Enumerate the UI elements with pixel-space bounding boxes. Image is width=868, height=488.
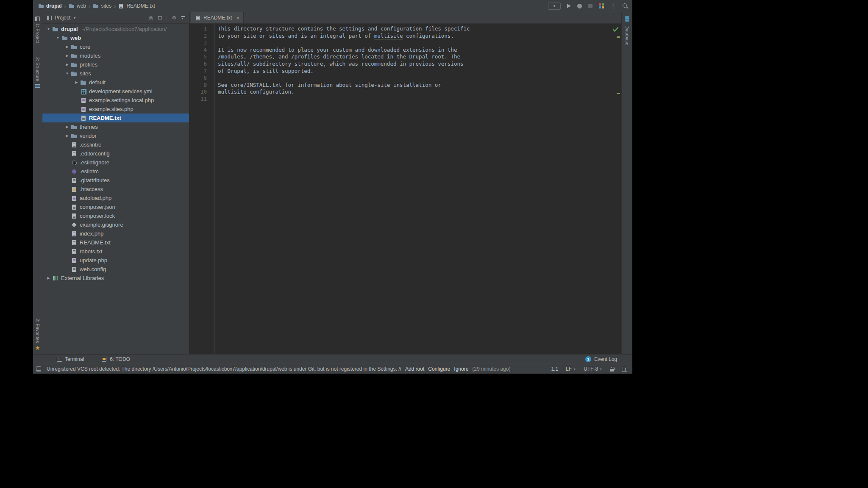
tree-item-robots.txt[interactable]: robots.txt (42, 247, 189, 256)
collapsed-arrow-icon[interactable] (64, 125, 71, 129)
line-number: 4 (189, 47, 214, 54)
tree-item-drupal[interactable]: drupal~/Projects/locasticbox7/applicatio… (42, 25, 189, 33)
tree-item-example.gitignore[interactable]: example.gitignore (42, 220, 189, 229)
tree-item-modules[interactable]: modules (42, 51, 189, 60)
indent-indicator-icon[interactable] (622, 367, 627, 372)
tool-button-structure[interactable]: 2: Structure (35, 57, 40, 81)
locate-icon[interactable]: ◎ (149, 15, 153, 20)
tree-item-update.php[interactable]: update.php (42, 256, 189, 265)
debug-icon[interactable] (577, 4, 582, 8)
tree-item-readme.txt[interactable]: README.txt (42, 238, 189, 247)
tree-item-label: .editorconfig (80, 150, 110, 157)
project-view-dropdown[interactable]: Project ▼ (47, 15, 76, 21)
run-config-dropdown[interactable]: ▼ (548, 3, 561, 10)
favorites-star-icon[interactable]: ★ (35, 345, 40, 351)
tree-item-external-libraries[interactable]: External Libraries (42, 274, 189, 283)
tree-item-index.php[interactable]: index.php (42, 229, 189, 238)
structure-tool-icon[interactable] (35, 83, 40, 89)
inspection-ok-icon[interactable] (612, 27, 619, 33)
collapsed-arrow-icon[interactable] (64, 54, 71, 58)
tree-item-autoload.php[interactable]: autoload.php (42, 194, 189, 202)
tool-button-terminal[interactable]: Terminal (57, 356, 84, 362)
tree-item-sites[interactable]: sites (42, 69, 189, 78)
collapsed-arrow-icon[interactable] (64, 63, 71, 67)
collapsed-arrow-icon[interactable] (64, 134, 71, 138)
plugin-icon[interactable] (599, 3, 604, 8)
tree-item-development.services.yml[interactable]: development.services.yml (42, 87, 189, 96)
tool-button-favorites[interactable]: 2: Favorites (35, 319, 40, 343)
run-icon[interactable] (567, 4, 571, 8)
ignore-link[interactable]: Ignore (454, 366, 468, 372)
tree-item-.csslintrc[interactable]: .csslintrc (42, 140, 189, 149)
configure-link[interactable]: Configure (428, 366, 450, 372)
tree-item-themes[interactable]: themes (42, 122, 189, 131)
tree-item-composer.json[interactable]: composer.json (42, 202, 189, 211)
expanded-arrow-icon[interactable] (64, 72, 71, 75)
tree-item-.editorconfig[interactable]: .editorconfig (42, 149, 189, 158)
tree-item-label: composer.lock (80, 213, 115, 219)
code-line[interactable]: See core/INSTALL.txt for information abo… (218, 82, 621, 89)
editor[interactable]: 1234567891011 This directory structure c… (189, 24, 621, 354)
collapsed-arrow-icon[interactable] (45, 276, 52, 280)
event-log-button[interactable]: 1 Event Log (585, 356, 617, 362)
tree-item-web.config[interactable]: web.config (42, 265, 189, 274)
settings-gear-icon[interactable]: ⚙ (172, 15, 176, 20)
tree-item-composer.lock[interactable]: composer.lock (42, 211, 189, 220)
collapsed-arrow-icon[interactable] (64, 45, 71, 49)
expanded-arrow-icon[interactable] (54, 36, 61, 40)
tree-item-profiles[interactable]: profiles (42, 60, 189, 69)
read-only-lock-icon[interactable] (610, 366, 614, 372)
database-icon[interactable] (624, 16, 630, 22)
tree-item-example.sites.php[interactable]: example.sites.php (42, 105, 189, 114)
tree-item-default[interactable]: default (42, 78, 189, 87)
tree-item-.eslintignore[interactable]: .eslintignore (42, 158, 189, 167)
code-line[interactable]: This directory structure contains the se… (218, 25, 621, 33)
tool-button-database[interactable]: Database (625, 25, 630, 45)
collapse-all-icon[interactable]: ⊟ (158, 15, 162, 20)
tree-item-web[interactable]: web (42, 33, 189, 42)
code-line[interactable]: It is now recommended to place your cust… (218, 47, 621, 54)
stop-icon[interactable] (588, 4, 593, 8)
line-separator-widget[interactable]: LF ▼ (566, 366, 576, 372)
breadcrumb-item-web[interactable]: web (69, 3, 86, 9)
status-bar: Unregistered VCS root detected: The dire… (33, 364, 632, 374)
code-line[interactable]: ​ (218, 75, 621, 82)
tool-button-project[interactable]: 1: Project (35, 23, 40, 43)
breadcrumb-item-readme[interactable]: README.txt (118, 3, 155, 9)
tree-item-core[interactable]: core (42, 42, 189, 51)
code-line[interactable]: /modules, /themes, and /profiles directo… (218, 53, 621, 61)
code-line[interactable]: ​ (218, 39, 621, 47)
caret-position-widget[interactable]: 1:1 (551, 366, 558, 372)
tree-item-.eslintrc[interactable]: .eslintrc (42, 167, 189, 176)
code-line[interactable]: multisite configuration. (218, 89, 621, 96)
code-line[interactable]: of Drupal, is still supported. (218, 68, 621, 75)
code-line[interactable]: to your site or sites and is an integral… (218, 33, 621, 40)
more-options-icon[interactable]: ⋮ (610, 3, 616, 9)
tree-item-.gitattributes[interactable]: .gitattributes (42, 176, 189, 185)
breadcrumb-item-sites[interactable]: sites (93, 3, 111, 9)
project-tool-icon[interactable] (35, 16, 40, 22)
close-icon[interactable]: × (236, 15, 239, 21)
breadcrumb-item-drupal[interactable]: drupal (38, 3, 62, 9)
tree-item-readme.txt[interactable]: README.txt (42, 114, 189, 122)
code-line[interactable]: sites/all/ subdirectory structure, which… (218, 61, 621, 68)
expanded-arrow-icon[interactable] (45, 27, 52, 31)
tab-readme[interactable]: README.txt × (191, 12, 244, 23)
tree-item-vendor[interactable]: vendor (42, 131, 189, 140)
tree-item-example.settings.local.php[interactable]: example.settings.local.php (42, 96, 189, 105)
hide-panel-icon[interactable] (181, 16, 186, 20)
typo-stripe-mark[interactable] (617, 93, 620, 94)
tool-window-quick-access-icon[interactable] (36, 366, 42, 372)
folder-icon (52, 26, 59, 33)
collapsed-arrow-icon[interactable] (73, 80, 80, 84)
line-number: 10 (189, 89, 214, 96)
typo-stripe-mark[interactable] (617, 36, 620, 38)
tree-item-.htaccess[interactable]: .htaccess (42, 185, 189, 194)
add-root-link[interactable]: Add root (405, 366, 424, 372)
right-tool-stripe: Database (621, 12, 632, 354)
encoding-widget[interactable]: UTF-8 ▼ (584, 366, 602, 372)
search-everywhere-icon[interactable] (622, 3, 628, 9)
code-line[interactable]: ​ (218, 96, 621, 103)
code-area[interactable]: This directory structure contains the se… (215, 24, 621, 354)
tool-button-todo[interactable]: 6: TODO (102, 356, 130, 362)
